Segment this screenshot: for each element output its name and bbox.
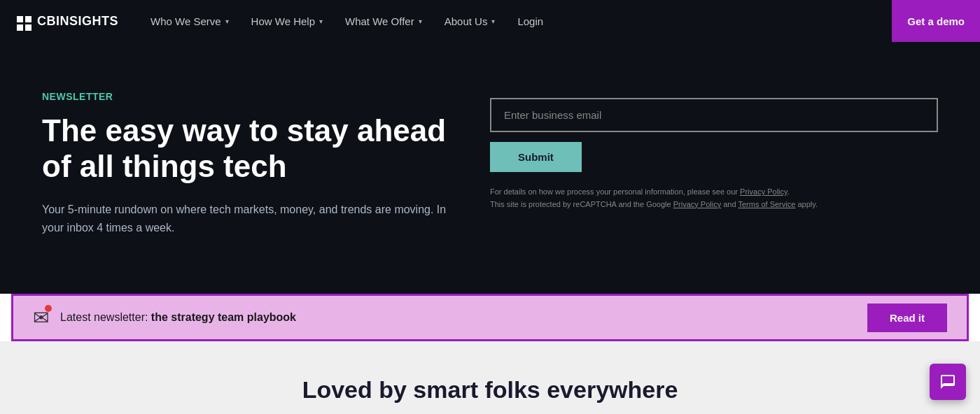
chevron-down-icon: ▾ [225,17,229,25]
privacy-policy-link[interactable]: Privacy Policy [740,187,788,196]
nav-item-how-we-help[interactable]: How We Help ▾ [241,10,332,33]
logo-icon [17,11,37,31]
google-privacy-link[interactable]: Privacy Policy [673,200,721,208]
chat-icon [939,373,956,390]
read-it-button[interactable]: Read it [867,304,947,332]
navbar: CBINSIGHTS Who We Serve ▾ How We Help ▾ … [0,0,980,42]
chevron-down-icon: ▾ [419,17,422,25]
envelope-icon-wrap: ✉ [33,306,49,329]
hero-form: Submit For details on how we process you… [490,84,938,210]
hero-title: The easy way to stay ahead of all things… [42,113,476,184]
loved-section: Loved by smart folks everywhere [0,341,980,414]
hero-description: Your 5-minute rundown on where tech mark… [42,201,448,236]
terms-of-service-link[interactable]: Terms of Service [738,200,795,208]
chat-button[interactable] [930,364,966,400]
nav-item-who-we-serve[interactable]: Who We Serve ▾ [141,10,239,33]
newsletter-banner-text: Latest newsletter: the strategy team pla… [60,311,867,324]
nav-item-about-us[interactable]: About Us ▾ [435,10,505,33]
nav-label-what-we-offer: What We Offer [345,15,414,27]
nav-links: Who We Serve ▾ How We Help ▾ What We Off… [141,10,963,33]
nav-label-how-we-help: How We Help [251,15,315,27]
newsletter-banner: ✉ Latest newsletter: the strategy team p… [11,294,969,341]
logo-text: CBINSIGHTS [37,14,118,29]
nav-login[interactable]: Login [507,10,553,33]
nav-label-who-we-serve: Who We Serve [150,15,221,27]
get-demo-button[interactable]: Get a demo [892,0,980,42]
email-input[interactable] [490,98,938,132]
notification-dot [45,305,52,312]
hero-section: Newsletter The easy way to stay ahead of… [0,42,980,294]
chevron-down-icon: ▾ [491,17,495,25]
submit-button[interactable]: Submit [490,142,582,172]
loved-title: Loved by smart folks everywhere [42,376,938,404]
nav-item-what-we-offer[interactable]: What We Offer ▾ [335,10,432,33]
newsletter-bold: the strategy team playbook [151,311,296,323]
privacy-text: For details on how we process your perso… [490,186,938,210]
hero-label: Newsletter [42,91,476,102]
newsletter-prefix: Latest newsletter: [60,311,151,323]
chevron-down-icon: ▾ [319,17,323,25]
logo[interactable]: CBINSIGHTS [17,11,118,31]
nav-label-about-us: About Us [444,15,488,27]
hero-left: Newsletter The easy way to stay ahead of… [42,84,476,236]
